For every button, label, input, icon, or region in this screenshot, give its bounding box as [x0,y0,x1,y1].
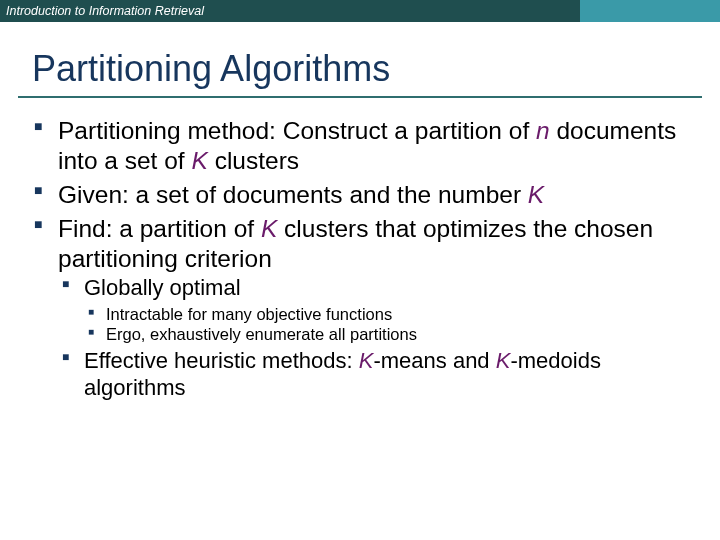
sub-sub-list: Intractable for many objective functions… [84,304,690,344]
text: clusters [208,147,299,174]
sub-bullet-2: Effective heuristic methods: K-means and… [58,348,690,402]
bullet-3: Find: a partition of K clusters that opt… [30,214,690,402]
sub-bullet-1: Globally optimal Intractable for many ob… [58,275,690,344]
var-k: K [191,147,207,174]
page-title: Partitioning Algorithms [32,48,720,90]
header-bar: Introduction to Information Retrieval [0,0,720,22]
text: Intractable for many objective functions [106,305,392,323]
var-k: K [496,348,511,373]
text: Globally optimal [84,275,241,300]
sub-list: Globally optimal Intractable for many ob… [58,275,690,402]
text: Given: a set of documents and the number [58,181,528,208]
sub-sub-bullet-1: Intractable for many objective functions [84,304,690,324]
text: -means and [373,348,495,373]
var-n: n [536,117,550,144]
text: Partitioning method: Construct a partiti… [58,117,536,144]
var-k: K [261,215,277,242]
course-title: Introduction to Information Retrieval [6,4,204,18]
bullet-1: Partitioning method: Construct a partiti… [30,116,690,176]
var-k: K [359,348,374,373]
bullet-2: Given: a set of documents and the number… [30,180,690,210]
bullet-list: Partitioning method: Construct a partiti… [30,116,690,402]
slide: Introduction to Information Retrieval Pa… [0,0,720,540]
text: Ergo, exhaustively enumerate all partiti… [106,325,417,343]
text: Effective heuristic methods: [84,348,359,373]
text: Find: a partition of [58,215,261,242]
var-k: K [528,181,544,208]
sub-sub-bullet-2: Ergo, exhaustively enumerate all partiti… [84,324,690,344]
content-area: Partitioning method: Construct a partiti… [0,98,720,402]
